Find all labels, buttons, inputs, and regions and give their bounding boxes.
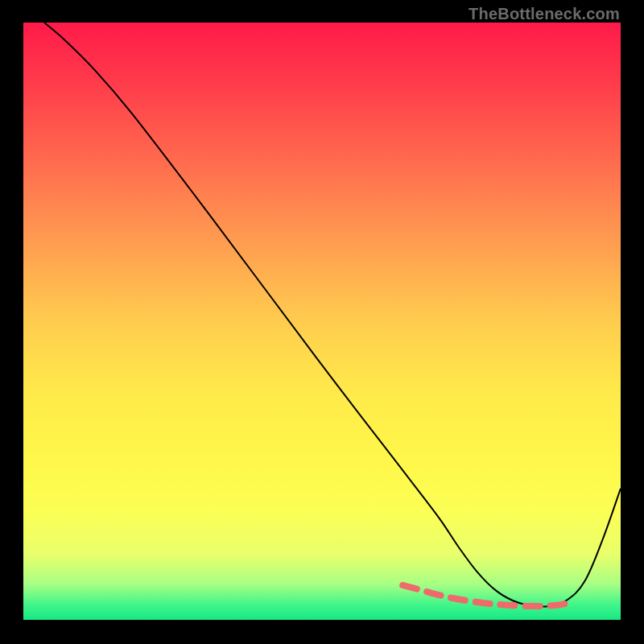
attribution-text: TheBottleneck.com (469, 5, 620, 23)
highlight-dashes-path (402, 585, 572, 606)
curve-path (44, 23, 621, 607)
chart-svg (23, 23, 621, 620)
plot-area (23, 23, 621, 620)
chart-stage: TheBottleneck.com (0, 0, 644, 644)
